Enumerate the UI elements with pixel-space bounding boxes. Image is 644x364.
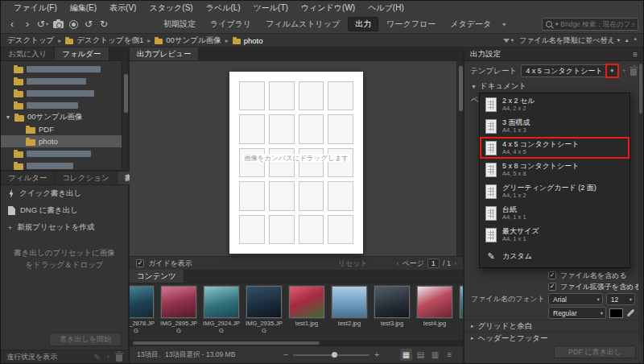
template-dropdown-caret-icon[interactable]: ▾	[607, 65, 617, 77]
search-box[interactable]: ▾	[542, 18, 638, 31]
menu-label[interactable]: ラベル(L)	[200, 1, 247, 15]
camera-raw-icon[interactable]	[67, 18, 80, 31]
thumbnail-item[interactable]: 五月山.jpg	[458, 286, 463, 345]
sort-dropdown[interactable]: ファイル名を降順に並べ替え▾	[519, 35, 620, 46]
prev-page-icon[interactable]: ‹	[397, 259, 399, 267]
thumbnail-image[interactable]	[332, 286, 367, 318]
page-number-input[interactable]: 1	[427, 259, 440, 268]
next-page-icon[interactable]: ›	[454, 259, 456, 267]
thumbnail-image[interactable]	[130, 286, 154, 318]
grid-margins-section[interactable]: ▸ グリッドと余白	[464, 320, 643, 332]
settings-scrollbar[interactable]	[638, 61, 643, 342]
rating-filter-icon[interactable]: *	[634, 36, 637, 44]
compact-view-icon[interactable]: ≡	[444, 349, 456, 361]
scrollbar-thumb[interactable]	[124, 74, 128, 113]
thumbnail-size-slider[interactable]	[293, 354, 369, 356]
slider-thumb[interactable]	[332, 352, 337, 358]
save-template-icon[interactable]: +	[622, 67, 626, 75]
thumbnail-item[interactable]: IMG_2935.JPG	[245, 286, 283, 345]
contact-sheet-canvas[interactable]: 画像をカンバスにドラッグします	[229, 72, 363, 254]
history-icon[interactable]: ↺▾	[36, 18, 49, 31]
folder-row[interactable]	[1, 159, 128, 170]
scrollbar-thumb[interactable]	[459, 66, 463, 111]
thumbnail-item[interactable]: test4.jpg	[415, 286, 454, 345]
tab-collections[interactable]: コレクション	[55, 172, 117, 184]
sort-direction-icon[interactable]: ▴	[625, 37, 629, 43]
folder-row[interactable]	[1, 99, 128, 111]
template-option-selected[interactable]: 4 x 5 コンタクトシートA4, 4 x 5	[480, 137, 630, 159]
thumbnail-image[interactable]	[289, 286, 324, 318]
tab-metadata[interactable]: メタデータ	[444, 17, 497, 31]
dng-export-item[interactable]: DNG に書き出し	[1, 202, 128, 219]
tab-libraries[interactable]: ライブラリ	[204, 17, 258, 31]
breadcrumb-desktop[interactable]: デスクトップ	[7, 35, 54, 46]
menu-file[interactable]: ファイル(F)	[7, 1, 64, 15]
grid-view-icon[interactable]: ▦	[400, 349, 412, 361]
folder-row-photo[interactable]: photo	[1, 135, 128, 147]
thumbnail-item[interactable]: test2.jpg	[330, 286, 369, 345]
new-preset-item[interactable]: +新規プリセットを作成	[1, 219, 128, 236]
menu-view[interactable]: 表示(V)	[103, 1, 142, 15]
template-option[interactable]: 台紙A4, 1 x 1	[480, 202, 630, 224]
breadcrumb-parent[interactable]: デスクトップを側1	[76, 35, 143, 46]
tab-output-preview[interactable]: 出力プレビュー	[130, 48, 199, 60]
template-option[interactable]: 2 x 2 セルA4, 2 x 2	[480, 93, 630, 115]
menu-help[interactable]: ヘルプ(H)	[361, 1, 411, 15]
menu-edit[interactable]: 編集(E)	[64, 1, 103, 15]
start-export-button[interactable]: 書き出しを開始	[49, 333, 122, 346]
rotate-right-icon[interactable]: ↻	[97, 18, 110, 31]
scrollbar-thumb[interactable]	[639, 64, 642, 114]
forward-icon[interactable]: ›	[21, 18, 34, 31]
zoom-in-icon[interactable]: +	[374, 350, 379, 359]
folder-row[interactable]	[1, 75, 128, 87]
reset-button[interactable]: リセット	[338, 259, 368, 269]
thumbnail-image[interactable]	[460, 286, 463, 318]
template-option[interactable]: 3 面構成A4, 1 x 3	[480, 115, 630, 137]
back-icon[interactable]: ‹	[6, 18, 19, 31]
thumbnail-item[interactable]: IMG_2924.JPG	[202, 286, 241, 345]
thumbnail-item[interactable]: IMG_2895.JPG	[159, 286, 198, 345]
menu-window[interactable]: ウィンドウ(W)	[295, 1, 361, 15]
search-input[interactable]	[560, 20, 634, 28]
thumbnail-image[interactable]	[246, 286, 282, 318]
zoom-out-icon[interactable]: −	[283, 350, 288, 359]
folder-row[interactable]	[1, 63, 128, 75]
thumbnail-item[interactable]: test1.jpg	[287, 286, 326, 345]
quick-export-item[interactable]: クイック書き出し	[1, 185, 128, 202]
workspace-overflow-icon[interactable]: ▾	[499, 21, 509, 28]
font-family-dropdown[interactable]: Arial▾	[548, 293, 603, 305]
import-from-camera-icon[interactable]	[52, 18, 64, 31]
tab-output[interactable]: 出力	[348, 17, 378, 31]
document-section-header[interactable]: ▼ ドキュメント	[464, 81, 643, 93]
delete-preset-icon[interactable]	[116, 354, 122, 362]
list-view-icon[interactable]: ▥	[429, 349, 441, 361]
menu-tools[interactable]: ツール(T)	[247, 1, 295, 15]
thumbnail-image[interactable]	[374, 286, 410, 318]
tab-filmstrip[interactable]: フィルムストリップ	[259, 17, 346, 31]
template-dropdown[interactable]: 4 x 5 コンタクトシート ▾	[521, 64, 618, 77]
folder-row[interactable]	[1, 147, 128, 159]
folder-row-pdf[interactable]: PDF	[1, 123, 128, 135]
folders-scrollbar[interactable]	[122, 61, 128, 170]
show-guides-checkbox[interactable]: ✓	[136, 259, 144, 267]
delete-template-icon[interactable]	[630, 68, 637, 76]
font-style-dropdown[interactable]: Regular▾	[548, 307, 606, 319]
template-option[interactable]: 5 x 8 コンタクトシートA4, 5 x 8	[480, 159, 630, 180]
tab-content[interactable]: コンテンツ	[130, 270, 184, 283]
template-option-custom[interactable]: ✎カスタム	[480, 246, 630, 267]
breadcrumb-sample[interactable]: 00サンプル画像	[166, 35, 221, 46]
tab-essentials[interactable]: 初期設定	[157, 17, 202, 31]
thumbnails-scrollbar[interactable]	[130, 341, 463, 345]
tab-filter[interactable]: フィルター	[1, 172, 55, 184]
preview-scrollbar[interactable]	[456, 61, 463, 256]
folder-row-sample[interactable]: ▼ 00サンプル画像	[1, 111, 128, 123]
template-option[interactable]: 最大サイズA4, 1 x 1	[480, 224, 630, 246]
thumbnail-image[interactable]	[417, 286, 452, 318]
tab-workflow[interactable]: ワークフロー	[380, 17, 442, 31]
template-option[interactable]: グリーティングカード (2 面)A4, 1 x 2	[480, 180, 630, 202]
header-footer-section[interactable]: ▸ ヘッダーとフッター	[464, 332, 643, 344]
menu-stacks[interactable]: スタック(S)	[142, 1, 199, 15]
details-view-icon[interactable]: ▤	[415, 349, 427, 361]
export-pdf-button[interactable]: PDF に書き出し	[554, 345, 636, 358]
thumbnail-item[interactable]: IMG_2878.JPG	[130, 286, 155, 345]
